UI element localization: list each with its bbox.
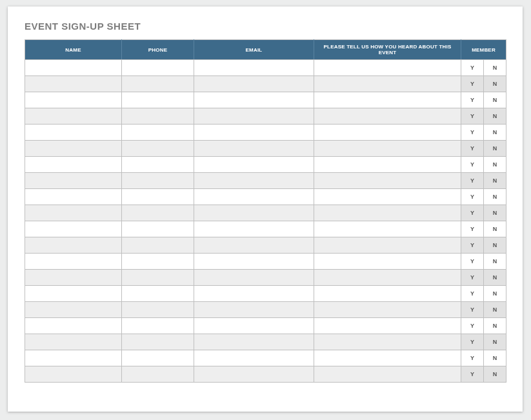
- cell-name[interactable]: [25, 92, 122, 108]
- cell-member-yes[interactable]: Y: [461, 205, 484, 221]
- cell-member-yes[interactable]: Y: [461, 189, 484, 205]
- cell-name[interactable]: [25, 254, 122, 270]
- cell-name[interactable]: [25, 205, 122, 221]
- cell-name[interactable]: [25, 237, 122, 254]
- cell-email[interactable]: [194, 302, 314, 318]
- cell-member-yes[interactable]: Y: [461, 108, 484, 125]
- cell-member-yes[interactable]: Y: [461, 366, 484, 383]
- cell-heard[interactable]: [314, 125, 461, 141]
- cell-name[interactable]: [25, 141, 122, 157]
- cell-phone[interactable]: [122, 270, 194, 286]
- cell-member-yes[interactable]: Y: [461, 173, 484, 189]
- cell-member-yes[interactable]: Y: [461, 350, 484, 366]
- cell-member-no[interactable]: N: [484, 108, 506, 125]
- cell-member-yes[interactable]: Y: [461, 254, 484, 270]
- cell-heard[interactable]: [314, 254, 461, 270]
- cell-member-yes[interactable]: Y: [461, 60, 484, 76]
- cell-name[interactable]: [25, 366, 122, 383]
- cell-email[interactable]: [194, 254, 314, 270]
- cell-name[interactable]: [25, 286, 122, 302]
- cell-email[interactable]: [194, 157, 314, 173]
- cell-heard[interactable]: [314, 76, 461, 92]
- cell-member-no[interactable]: N: [484, 205, 506, 221]
- cell-heard[interactable]: [314, 334, 461, 350]
- cell-phone[interactable]: [122, 254, 194, 270]
- cell-heard[interactable]: [314, 141, 461, 157]
- cell-email[interactable]: [194, 350, 314, 366]
- cell-heard[interactable]: [314, 189, 461, 205]
- cell-heard[interactable]: [314, 318, 461, 334]
- cell-member-no[interactable]: N: [484, 92, 506, 108]
- cell-name[interactable]: [25, 125, 122, 141]
- cell-member-yes[interactable]: Y: [461, 334, 484, 350]
- cell-email[interactable]: [194, 76, 314, 92]
- cell-heard[interactable]: [314, 92, 461, 108]
- cell-phone[interactable]: [122, 334, 194, 350]
- cell-heard[interactable]: [314, 157, 461, 173]
- cell-member-yes[interactable]: Y: [461, 302, 484, 318]
- cell-phone[interactable]: [122, 366, 194, 383]
- cell-email[interactable]: [194, 270, 314, 286]
- cell-email[interactable]: [194, 173, 314, 189]
- cell-member-no[interactable]: N: [484, 302, 506, 318]
- cell-member-no[interactable]: N: [484, 173, 506, 189]
- cell-phone[interactable]: [122, 125, 194, 141]
- cell-email[interactable]: [194, 334, 314, 350]
- cell-phone[interactable]: [122, 221, 194, 237]
- cell-email[interactable]: [194, 60, 314, 76]
- cell-member-yes[interactable]: Y: [461, 76, 484, 92]
- cell-member-no[interactable]: N: [484, 141, 506, 157]
- cell-email[interactable]: [194, 205, 314, 221]
- cell-name[interactable]: [25, 302, 122, 318]
- cell-name[interactable]: [25, 60, 122, 76]
- cell-email[interactable]: [194, 286, 314, 302]
- cell-heard[interactable]: [314, 173, 461, 189]
- cell-phone[interactable]: [122, 302, 194, 318]
- cell-member-no[interactable]: N: [484, 221, 506, 237]
- cell-member-no[interactable]: N: [484, 157, 506, 173]
- cell-member-yes[interactable]: Y: [461, 318, 484, 334]
- cell-member-yes[interactable]: Y: [461, 237, 484, 254]
- cell-phone[interactable]: [122, 76, 194, 92]
- cell-phone[interactable]: [122, 173, 194, 189]
- cell-member-no[interactable]: N: [484, 334, 506, 350]
- cell-phone[interactable]: [122, 318, 194, 334]
- cell-phone[interactable]: [122, 286, 194, 302]
- cell-email[interactable]: [194, 366, 314, 383]
- cell-phone[interactable]: [122, 205, 194, 221]
- cell-heard[interactable]: [314, 205, 461, 221]
- cell-heard[interactable]: [314, 221, 461, 237]
- cell-heard[interactable]: [314, 108, 461, 125]
- cell-member-no[interactable]: N: [484, 366, 506, 383]
- cell-email[interactable]: [194, 237, 314, 254]
- cell-email[interactable]: [194, 125, 314, 141]
- cell-email[interactable]: [194, 141, 314, 157]
- cell-heard[interactable]: [314, 286, 461, 302]
- cell-member-yes[interactable]: Y: [461, 141, 484, 157]
- cell-name[interactable]: [25, 221, 122, 237]
- cell-email[interactable]: [194, 221, 314, 237]
- cell-name[interactable]: [25, 350, 122, 366]
- cell-member-no[interactable]: N: [484, 76, 506, 92]
- cell-phone[interactable]: [122, 60, 194, 76]
- cell-name[interactable]: [25, 76, 122, 92]
- cell-name[interactable]: [25, 270, 122, 286]
- cell-member-yes[interactable]: Y: [461, 125, 484, 141]
- cell-heard[interactable]: [314, 366, 461, 383]
- cell-member-no[interactable]: N: [484, 270, 506, 286]
- cell-member-yes[interactable]: Y: [461, 286, 484, 302]
- cell-member-no[interactable]: N: [484, 286, 506, 302]
- cell-phone[interactable]: [122, 350, 194, 366]
- cell-phone[interactable]: [122, 157, 194, 173]
- cell-phone[interactable]: [122, 237, 194, 254]
- cell-heard[interactable]: [314, 350, 461, 366]
- cell-member-yes[interactable]: Y: [461, 92, 484, 108]
- cell-name[interactable]: [25, 108, 122, 125]
- cell-phone[interactable]: [122, 108, 194, 125]
- cell-name[interactable]: [25, 334, 122, 350]
- cell-heard[interactable]: [314, 237, 461, 254]
- cell-member-yes[interactable]: Y: [461, 270, 484, 286]
- cell-name[interactable]: [25, 318, 122, 334]
- cell-email[interactable]: [194, 318, 314, 334]
- cell-member-yes[interactable]: Y: [461, 221, 484, 237]
